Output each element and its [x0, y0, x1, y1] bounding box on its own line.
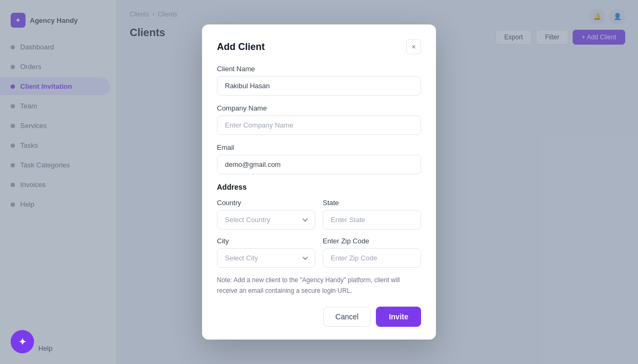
client-name-group: Client Name	[217, 65, 421, 96]
modal-overlay: Add Client × Client Name Company Name Em…	[0, 0, 638, 364]
address-section-title: Address	[217, 183, 421, 191]
city-label: City	[217, 237, 315, 245]
cancel-button[interactable]: Cancel	[323, 307, 371, 327]
modal-footer: Cancel Invite	[217, 307, 421, 327]
modal-title: Add Client	[217, 41, 265, 53]
email-label: Email	[217, 143, 421, 151]
country-label: Country	[217, 199, 315, 207]
city-select[interactable]: Select City	[217, 248, 315, 268]
state-input[interactable]	[323, 210, 421, 230]
zip-label: Enter Zip Code	[323, 237, 421, 245]
country-select[interactable]: Select Country	[217, 210, 315, 230]
city-group: City Select City	[217, 237, 315, 268]
state-group: State	[323, 199, 421, 230]
state-label: State	[323, 199, 421, 207]
client-name-label: Client Name	[217, 65, 421, 73]
modal-header: Add Client ×	[217, 39, 421, 54]
email-group: Email	[217, 143, 421, 174]
add-client-modal: Add Client × Client Name Company Name Em…	[202, 24, 436, 339]
modal-close-button[interactable]: ×	[406, 39, 421, 54]
address-grid-row2: City Select City Enter Zip Code	[217, 237, 421, 268]
client-name-input[interactable]	[217, 76, 421, 96]
country-group: Country Select Country	[217, 199, 315, 230]
company-name-group: Company Name	[217, 104, 421, 135]
invite-button[interactable]: Invite	[376, 307, 421, 327]
email-input[interactable]	[217, 155, 421, 174]
bottom-logo-icon: ✦	[11, 330, 34, 353]
zip-input[interactable]	[323, 248, 421, 268]
company-name-input[interactable]	[217, 115, 421, 135]
zip-group: Enter Zip Code	[323, 237, 421, 268]
address-grid-row1: Country Select Country State	[217, 199, 421, 230]
company-name-label: Company Name	[217, 104, 421, 112]
note-text: Note: Add a new client to the "Agency Ha…	[217, 275, 421, 295]
